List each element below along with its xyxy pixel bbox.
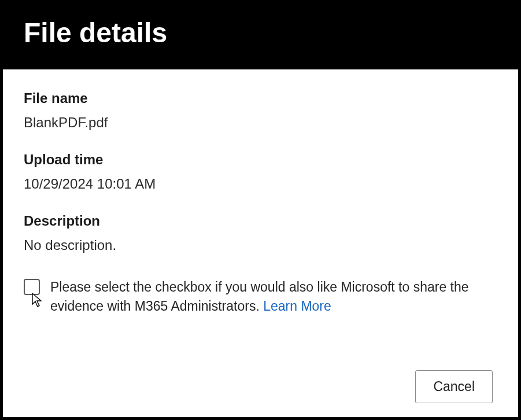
dialog-header: File details [3, 3, 518, 69]
file-name-field: File name BlankPDF.pdf [24, 90, 497, 131]
dialog-footer: Cancel [3, 356, 518, 417]
learn-more-link[interactable]: Learn More [263, 299, 331, 314]
file-name-label: File name [24, 90, 497, 106]
description-value: No description. [24, 237, 497, 253]
consent-text: Please select the checkbox if you would … [50, 279, 469, 314]
upload-time-value: 10/29/2024 10:01 AM [24, 176, 497, 192]
share-evidence-checkbox[interactable] [24, 279, 40, 295]
dialog-content: File name BlankPDF.pdf Upload time 10/29… [3, 69, 518, 356]
description-field: Description No description. [24, 213, 497, 253]
upload-time-label: Upload time [24, 152, 497, 168]
upload-time-field: Upload time 10/29/2024 10:01 AM [24, 152, 497, 192]
file-name-value: BlankPDF.pdf [24, 115, 497, 131]
consent-row: Please select the checkbox if you would … [24, 278, 497, 316]
file-details-dialog: File details File name BlankPDF.pdf Uplo… [3, 3, 518, 417]
cancel-button[interactable]: Cancel [415, 370, 493, 403]
description-label: Description [24, 213, 497, 229]
cursor-icon [31, 293, 44, 309]
consent-text-container: Please select the checkbox if you would … [50, 278, 497, 316]
dialog-title: File details [24, 17, 497, 49]
